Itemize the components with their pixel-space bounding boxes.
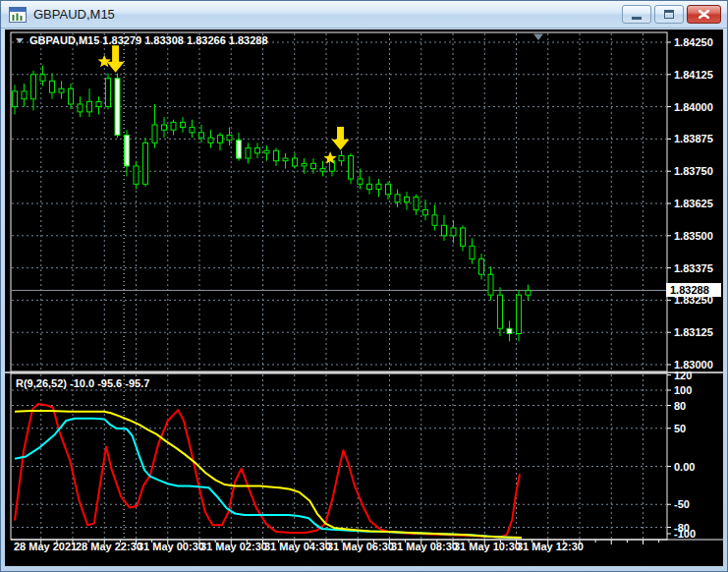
indicator-axis-label: 80 <box>674 400 686 412</box>
time-axis-label: 31 May 04:30 <box>264 541 331 552</box>
close-button[interactable] <box>687 5 721 24</box>
candle <box>125 130 130 176</box>
time-axis-label: 31 May 00:30 <box>138 541 204 552</box>
indicator-axis-label: 50 <box>674 423 686 434</box>
current-price-tag: 1.83288 <box>666 283 721 297</box>
candle <box>405 192 410 209</box>
signal-arrow-down-icon <box>332 127 350 150</box>
indicator-axis-label: 0.00 <box>674 461 695 473</box>
price-axis-label: 1.83875 <box>674 133 713 144</box>
r52-line <box>15 411 522 538</box>
candle <box>115 73 120 138</box>
candle <box>190 120 195 138</box>
candle <box>218 133 223 150</box>
candle <box>395 190 400 207</box>
price-axis-label: 1.83500 <box>674 230 713 242</box>
candle <box>143 138 148 187</box>
candle <box>50 73 55 98</box>
price-axis-label: 1.84000 <box>674 101 713 113</box>
signal-arrow-down-icon <box>107 45 125 73</box>
candle <box>498 287 503 336</box>
candle <box>208 130 213 147</box>
minimize-button[interactable] <box>622 5 651 24</box>
symbol-collapse-icon[interactable] <box>16 38 24 43</box>
candle <box>293 153 298 169</box>
candle <box>488 266 493 300</box>
price-axis-label: 1.83750 <box>674 165 713 177</box>
chart-window: GBPAUD,M15 1.842501.841251.840001.838751… <box>0 0 728 572</box>
price-axis-label: 1.84125 <box>674 69 713 81</box>
r26-line <box>15 419 522 538</box>
chart-shift-marker-icon[interactable] <box>533 34 543 41</box>
time-axis: 28 May 202128 May 22:3031 May 00:3031 Ma… <box>14 540 659 552</box>
candle <box>423 200 428 220</box>
candle <box>451 220 456 244</box>
title-bar[interactable]: GBPAUD,M15 <box>1 1 727 29</box>
time-axis-label: 28 May 2021 <box>14 541 77 552</box>
price-chart-canvas[interactable]: 1.842501.841251.840001.838751.837501.836… <box>5 29 725 568</box>
candle <box>246 143 251 163</box>
ohlc-info-line: GBPAUD,M15 1.83279 1.83308 1.83266 1.832… <box>16 34 268 46</box>
price-axis-label: 1.83375 <box>674 262 713 274</box>
candle <box>376 179 381 197</box>
candle <box>87 88 92 117</box>
candle <box>349 153 354 184</box>
price-axis: 1.842501.841251.840001.838751.837501.836… <box>667 36 713 371</box>
candle <box>13 85 18 114</box>
candle <box>264 145 269 161</box>
time-axis-label: 31 May 06:30 <box>327 541 394 552</box>
candle <box>442 215 447 241</box>
signal-star-icon <box>98 55 111 68</box>
candle <box>181 117 186 133</box>
candle <box>162 117 167 138</box>
price-axis-label: 1.84250 <box>674 36 713 48</box>
candle <box>152 104 157 148</box>
candle <box>320 161 325 177</box>
candle <box>134 161 139 190</box>
candle <box>106 73 111 109</box>
chart-window-icon <box>9 7 27 23</box>
candle <box>69 84 74 109</box>
chart-client-area: 1.842501.841251.840001.838751.837501.836… <box>5 29 723 566</box>
indicator-axis: 12010080500.00-50-80-100 <box>667 370 696 541</box>
candle <box>171 120 176 136</box>
signal-markers <box>98 45 350 164</box>
candle <box>339 150 344 166</box>
window-controls <box>622 5 721 24</box>
candle <box>31 71 36 111</box>
candle <box>255 143 260 158</box>
restore-icon <box>664 10 674 19</box>
candle <box>414 195 419 215</box>
candle <box>22 84 27 107</box>
time-axis-label: 31 May 10:30 <box>454 541 521 552</box>
time-axis-label: 31 May 08:30 <box>391 541 458 552</box>
r9-line <box>15 404 520 538</box>
price-axis-label: 1.83625 <box>674 198 713 209</box>
candle <box>507 320 512 341</box>
time-axis-label: 28 May 22:30 <box>76 541 142 552</box>
ohlc-info-text: GBPAUD,M15 1.83279 1.83308 1.83266 1.832… <box>29 34 268 46</box>
candle <box>237 133 242 161</box>
minimize-icon <box>632 17 642 20</box>
candle <box>526 285 531 301</box>
indicator-axis-label: -50 <box>674 498 690 510</box>
oscillator-layer <box>15 404 522 538</box>
price-axis-label: 1.83125 <box>674 326 713 338</box>
indicator-axis-label: 100 <box>674 384 692 396</box>
candle <box>517 290 522 341</box>
window-title: GBPAUD,M15 <box>33 7 115 22</box>
candle <box>470 238 475 263</box>
candle <box>78 96 83 117</box>
restore-button[interactable] <box>654 5 684 24</box>
indicator-axis-label: -100 <box>674 528 696 540</box>
candle <box>274 148 279 166</box>
candle <box>479 254 484 279</box>
candle <box>461 225 466 251</box>
candle <box>59 81 64 98</box>
time-axis-label: 31 May 02:30 <box>200 541 267 552</box>
candle <box>283 153 288 169</box>
indicator-label: R(9,26,52) -10.0 -95.6 -95.7 <box>16 377 149 389</box>
candle <box>96 96 101 114</box>
time-axis-label: 31 May 12:30 <box>517 541 584 552</box>
indicator-axis-label: 120 <box>674 370 692 381</box>
